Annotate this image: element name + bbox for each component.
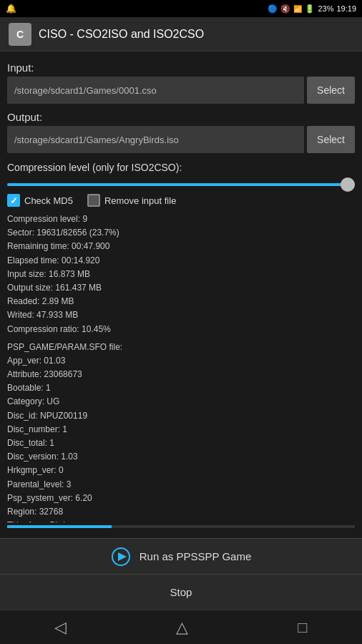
log-attribute: Attribute: 23068673 [7, 368, 355, 381]
app-title: CISO - CSO2ISO and ISO2CSO [39, 28, 204, 41]
remove-input-checkbox[interactable] [87, 194, 100, 207]
input-label: Input: [7, 62, 355, 74]
log-remaining-time: Remaining time: 00:47.900 [7, 240, 355, 253]
run-ppsspp-label: Run as PPSSPP Game [140, 550, 251, 562]
options-row: ✓ Check MD5 Remove input file [7, 194, 355, 207]
progress-bar [7, 525, 112, 528]
app-icon-letter: C [16, 29, 24, 40]
run-ppsspp-button[interactable]: Run as PPSSPP Game [0, 538, 362, 574]
stop-button[interactable]: Stop [0, 574, 362, 610]
log-area: Compression level: 9 Sector: 19631/82656… [7, 213, 355, 522]
notification-icon: 🔔 [6, 4, 16, 14]
check-md5-checkmark: ✓ [10, 195, 18, 206]
log-category: Category: UG [7, 395, 355, 409]
recent-button[interactable]: □ [283, 613, 321, 643]
log-compression-ratio: Compression ratio: 10.45% [7, 323, 355, 336]
bottom-buttons: Run as PPSSPP Game Stop [0, 535, 362, 610]
output-file-field[interactable] [7, 126, 304, 153]
log-app-ver: App_ver: 01.03 [7, 354, 355, 368]
check-md5-label: Check MD5 [24, 195, 73, 206]
battery-percent: 23% [318, 4, 333, 13]
log-psp-system-ver: Psp_system_ver: 6.20 [7, 492, 355, 505]
status-right-icons: 🔵 🔇 📶 🔋 23% 19:19 [268, 4, 356, 14]
remove-input-option[interactable]: Remove input file [87, 194, 176, 207]
app-icon: C [9, 23, 31, 46]
battery-icon: 🔋 [305, 4, 315, 14]
log-sector: Sector: 19631/82656 (23.7%) [7, 226, 355, 240]
log-bootable: Bootable: 1 [7, 381, 355, 395]
log-region: Region: 32768 [7, 505, 355, 519]
status-left-icons: 🔔 [6, 4, 16, 14]
log-disc-total: Disc_total: 1 [7, 436, 355, 450]
remove-input-label: Remove input file [104, 195, 176, 206]
input-select-button[interactable]: Select [307, 77, 355, 104]
output-label: Output: [7, 111, 355, 123]
log-compression-level: Compression level: 9 [7, 213, 355, 226]
status-bar: 🔔 🔵 🔇 📶 🔋 23% 19:19 [0, 0, 362, 17]
back-button[interactable]: ◁ [40, 613, 81, 643]
volume-icon: 🔇 [280, 4, 290, 14]
log-disc-number: Disc_number: 1 [7, 423, 355, 436]
main-content: Input: Select Output: Select Compression… [0, 52, 362, 535]
log-elapsed-time: Elapsed time: 00:14.920 [7, 254, 355, 268]
input-row: Select [7, 77, 355, 104]
title-bar: C CISO - CSO2ISO and ISO2CSO [0, 17, 362, 52]
slider-container [7, 177, 355, 188]
log-readed: Readed: 2.89 MB [7, 295, 355, 308]
status-time: 19:19 [336, 4, 356, 13]
log-title: Title: AngryBirds [7, 519, 355, 522]
log-psp-header: PSP_GAME/PARAM.SFO file: [7, 341, 355, 354]
svg-marker-1 [118, 552, 127, 561]
output-row: Select [7, 126, 355, 153]
check-md5-checkbox[interactable]: ✓ [7, 194, 20, 207]
log-writed: Writed: 47.933 MB [7, 308, 355, 322]
check-md5-option[interactable]: ✓ Check MD5 [7, 194, 73, 207]
input-file-field[interactable] [7, 77, 304, 104]
log-output-size: Output size: 161.437 MB [7, 281, 355, 295]
log-disc-version: Disc_version: 1.03 [7, 450, 355, 464]
stop-label: Stop [170, 586, 192, 598]
log-hrkgmp-ver: Hrkgmp_ver: 0 [7, 464, 355, 477]
signal-icon: 📶 [293, 5, 302, 13]
ppsspp-icon [111, 547, 131, 567]
home-button[interactable]: △ [162, 613, 202, 643]
compression-label: Compression level (only for ISO2CSO): [7, 162, 355, 173]
log-disc-id: Disc_id: NPUZ00119 [7, 409, 355, 423]
log-input-size: Input size: 16.873 MB [7, 268, 355, 281]
bluetooth-icon: 🔵 [268, 4, 278, 14]
nav-bar: ◁ △ □ [0, 610, 362, 644]
progress-container [7, 525, 355, 528]
compression-slider[interactable] [7, 183, 355, 186]
output-select-button[interactable]: Select [307, 126, 355, 153]
log-parental-level: Parental_level: 3 [7, 478, 355, 492]
